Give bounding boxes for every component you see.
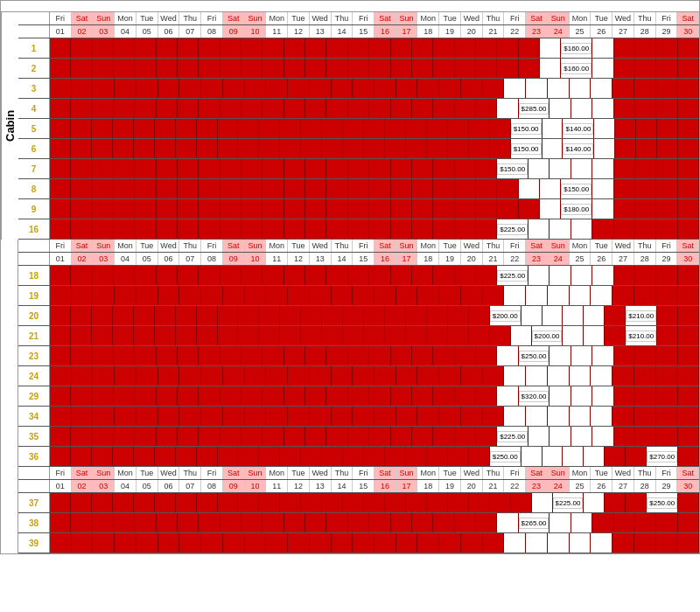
day-cell[interactable] <box>71 306 92 325</box>
day-cell[interactable] <box>93 366 115 386</box>
day-cell[interactable] <box>476 199 497 219</box>
day-cell[interactable] <box>391 219 412 239</box>
day-cell[interactable] <box>199 99 220 118</box>
day-cell[interactable] <box>155 326 176 345</box>
day-cell[interactable] <box>199 513 220 532</box>
day-cell[interactable] <box>242 386 262 406</box>
day-cell[interactable] <box>369 266 390 285</box>
day-cell[interactable] <box>301 119 322 138</box>
day-cell[interactable] <box>284 386 305 406</box>
day-cell[interactable] <box>262 219 284 239</box>
day-cell[interactable] <box>448 139 469 158</box>
day-cell[interactable] <box>439 533 461 553</box>
day-cell[interactable] <box>656 38 677 58</box>
day-cell[interactable] <box>135 386 156 406</box>
day-cell[interactable] <box>242 266 262 285</box>
day-cell[interactable] <box>178 513 199 532</box>
day-cell[interactable] <box>220 179 242 198</box>
day-cell[interactable] <box>522 447 542 466</box>
day-cell[interactable]: $210.00 <box>626 306 657 325</box>
day-cell[interactable] <box>497 199 518 219</box>
day-cell[interactable] <box>678 266 699 285</box>
day-cell[interactable] <box>326 179 347 198</box>
day-cell[interactable] <box>634 533 656 553</box>
day-cell[interactable] <box>571 266 592 285</box>
day-cell[interactable] <box>540 179 561 198</box>
day-cell[interactable] <box>626 447 647 466</box>
day-cell[interactable] <box>591 533 612 553</box>
day-cell[interactable] <box>114 386 135 406</box>
day-cell[interactable] <box>50 286 72 305</box>
day-cell[interactable] <box>455 346 476 365</box>
day-cell[interactable] <box>242 513 262 532</box>
day-cell[interactable] <box>238 119 259 138</box>
day-cell[interactable]: $150.00 <box>561 179 592 198</box>
day-cell[interactable] <box>391 59 412 78</box>
day-cell[interactable] <box>469 493 490 512</box>
day-cell[interactable] <box>93 286 115 305</box>
day-cell[interactable] <box>427 119 448 138</box>
day-cell[interactable] <box>71 266 92 285</box>
day-cell[interactable] <box>280 493 301 512</box>
day-cell[interactable] <box>220 99 242 118</box>
day-cell[interactable] <box>280 119 301 138</box>
day-cell[interactable] <box>326 386 347 406</box>
day-cell[interactable] <box>369 427 390 446</box>
day-cell[interactable] <box>301 326 322 345</box>
day-cell[interactable] <box>343 493 364 512</box>
day-cell[interactable] <box>242 179 262 198</box>
day-cell[interactable] <box>157 386 178 406</box>
day-cell[interactable] <box>284 159 305 178</box>
day-cell[interactable] <box>412 513 433 532</box>
day-cell[interactable] <box>266 286 288 305</box>
day-cell[interactable] <box>678 346 699 365</box>
day-cell[interactable] <box>490 139 511 158</box>
day-cell[interactable] <box>455 266 476 285</box>
day-cell[interactable] <box>157 346 178 365</box>
day-cell[interactable] <box>591 286 612 305</box>
day-cell[interactable] <box>197 493 218 512</box>
day-cell[interactable] <box>476 513 497 532</box>
day-cell[interactable] <box>364 119 385 138</box>
day-cell[interactable] <box>433 386 454 406</box>
day-cell[interactable] <box>656 513 677 532</box>
day-cell[interactable] <box>238 493 259 512</box>
day-cell[interactable] <box>113 139 134 158</box>
day-cell[interactable] <box>114 219 135 239</box>
day-cell[interactable] <box>218 119 239 138</box>
day-cell[interactable] <box>134 119 155 138</box>
day-cell[interactable] <box>634 407 656 426</box>
day-cell[interactable] <box>348 219 369 239</box>
day-cell[interactable] <box>396 366 418 386</box>
day-cell[interactable] <box>157 38 178 58</box>
day-cell[interactable] <box>93 513 114 532</box>
day-cell[interactable] <box>592 219 613 239</box>
day-cell[interactable] <box>550 159 570 178</box>
day-cell[interactable] <box>197 447 218 466</box>
day-cell[interactable] <box>548 286 570 305</box>
day-cell[interactable] <box>113 447 134 466</box>
day-cell[interactable] <box>223 533 245 553</box>
day-cell[interactable] <box>385 326 406 345</box>
day-cell[interactable] <box>93 179 114 198</box>
day-cell[interactable] <box>504 533 526 553</box>
day-cell[interactable] <box>417 286 439 305</box>
day-cell[interactable] <box>242 346 262 365</box>
day-cell[interactable] <box>605 447 626 466</box>
day-cell[interactable] <box>592 427 613 446</box>
day-cell[interactable] <box>71 199 92 219</box>
day-cell[interactable] <box>369 219 390 239</box>
day-cell[interactable] <box>305 199 326 219</box>
day-cell[interactable] <box>656 427 677 446</box>
day-cell[interactable] <box>348 346 369 365</box>
day-cell[interactable] <box>322 447 343 466</box>
day-cell[interactable] <box>71 427 92 446</box>
day-cell[interactable] <box>113 493 134 512</box>
day-cell[interactable] <box>635 199 656 219</box>
day-cell[interactable]: $225.00 <box>553 493 584 512</box>
day-cell[interactable]: $200.00 <box>490 306 522 325</box>
day-cell[interactable] <box>262 159 284 178</box>
day-cell[interactable] <box>614 179 635 198</box>
day-cell[interactable] <box>635 386 656 406</box>
day-cell[interactable] <box>176 139 197 158</box>
